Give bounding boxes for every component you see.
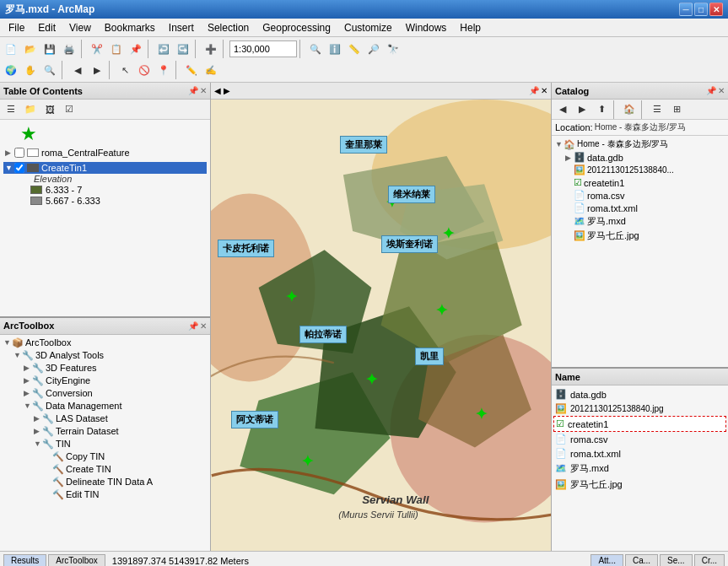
tree-row-3danalyst-inner[interactable]: ▼ 🔧 3D Analyst Tools bbox=[12, 349, 208, 362]
expand-lasdataset[interactable]: ▶ bbox=[34, 414, 40, 423]
maximize-button[interactable]: □ bbox=[694, 3, 708, 16]
catalog-home-btn[interactable]: 🏠 bbox=[620, 100, 639, 119]
name-row-romamxd[interactable]: 🗺️ 罗马.mxd bbox=[553, 461, 726, 477]
catalog-pin[interactable]: 📌 bbox=[706, 86, 716, 95]
map-close-icon[interactable]: ✕ bbox=[541, 86, 547, 95]
pan-button[interactable]: ✋ bbox=[21, 61, 40, 79]
new-button[interactable]: 📄 bbox=[2, 40, 20, 58]
menu-view[interactable]: View bbox=[62, 20, 98, 35]
expand-datagdb[interactable]: ▶ bbox=[565, 154, 572, 162]
menu-edit[interactable]: Edit bbox=[31, 20, 62, 35]
menu-bookmarks[interactable]: Bookmarks bbox=[98, 20, 162, 35]
cat-row-jpg1[interactable]: 🖼️ 20121130125138840... bbox=[564, 164, 726, 176]
name-row-jpg1[interactable]: 🖼️ 20121130125138840.jpg bbox=[553, 402, 726, 416]
map-body[interactable]: ✦ ✦ ✦ ✦ ✦ ✦ ✦ Servian Wall (Murus Servii… bbox=[211, 100, 551, 551]
tree-row-terraindataset-inner[interactable]: ▶ 🔧 Terrain Dataset bbox=[32, 425, 208, 438]
tree-row-tin-inner[interactable]: ▼ 🔧 TIN bbox=[32, 438, 208, 450]
tree-row-edittin-inner[interactable]: 🔨 Edit TIN bbox=[42, 488, 208, 501]
toc-close-icon[interactable]: ✕ bbox=[200, 86, 207, 95]
status-tab-cr[interactable]: Cr... bbox=[694, 554, 725, 566]
zoom-out-button[interactable]: 🔍 bbox=[40, 61, 59, 79]
goto-xy-button[interactable]: 📍 bbox=[154, 61, 173, 79]
extent-fwd-button[interactable]: ▶ bbox=[88, 61, 106, 79]
cut-button[interactable]: ✂️ bbox=[88, 40, 106, 58]
expand-arctoolbox[interactable]: ▼ bbox=[3, 338, 10, 347]
search-button[interactable]: 🔭 bbox=[384, 40, 402, 58]
minimize-button[interactable]: ─ bbox=[679, 3, 693, 16]
toc-checkbox-centralfeature[interactable] bbox=[14, 148, 24, 158]
expand-conversion[interactable]: ▶ bbox=[24, 389, 30, 397]
tree-row-arctoolbox[interactable]: ▼ 📦 ArcToolbox bbox=[2, 337, 208, 349]
cat-row-createtin1[interactable]: ☑ createtin1 bbox=[564, 176, 726, 189]
cat-row-romajpg[interactable]: 🖼️ 罗马七丘.jpg bbox=[564, 229, 726, 243]
catalog-back-btn[interactable]: ◀ bbox=[553, 100, 572, 119]
open-button[interactable]: 📂 bbox=[21, 40, 40, 58]
sketch-tool-button[interactable]: ✍️ bbox=[202, 61, 220, 79]
expand-icon-centralfeature[interactable]: ▶ bbox=[5, 148, 12, 157]
catalog-close-icon[interactable]: ✕ bbox=[718, 86, 725, 95]
status-tab-att[interactable]: Att... bbox=[590, 554, 623, 566]
tree-row-datamanagement-inner[interactable]: ▼ 🔧 Data Management bbox=[22, 400, 208, 412]
identify-button[interactable]: ℹ️ bbox=[326, 40, 344, 58]
menu-geoprocessing[interactable]: Geoprocessing bbox=[256, 20, 337, 35]
catalog-fwd-btn[interactable]: ▶ bbox=[573, 100, 591, 119]
arctoolbox-pin[interactable]: 📌 bbox=[188, 321, 198, 331]
status-tab-results[interactable]: Results bbox=[3, 554, 46, 566]
tree-row-lasdataset-inner[interactable]: ▶ 🔧 LAS Dataset bbox=[32, 412, 208, 425]
toc-pin[interactable]: 📌 bbox=[188, 86, 198, 95]
close-button[interactable]: ✕ bbox=[709, 3, 723, 16]
cat-row-romacsv[interactable]: 📄 roma.csv bbox=[564, 189, 726, 202]
menu-windows[interactable]: Windows bbox=[399, 20, 454, 35]
expand-terraindataset[interactable]: ▶ bbox=[34, 427, 40, 435]
select-button[interactable]: ↖ bbox=[116, 61, 134, 79]
expand-tin[interactable]: ▼ bbox=[34, 439, 40, 448]
toc-list-view[interactable]: ☰ bbox=[2, 100, 20, 119]
name-row-romatxtxml[interactable]: 📄 roma.txt.xml bbox=[553, 446, 726, 461]
menu-selection[interactable]: Selection bbox=[201, 20, 256, 35]
status-tab-arctoolbox[interactable]: ArcToolbox bbox=[48, 554, 105, 566]
arctoolbox-close-icon[interactable]: ✕ bbox=[200, 321, 207, 331]
status-tab-ca[interactable]: Ca... bbox=[625, 554, 658, 566]
menu-customize[interactable]: Customize bbox=[337, 20, 399, 35]
expand-icon-createtin[interactable]: ▼ bbox=[5, 164, 12, 172]
tree-row-delineatetindata-inner[interactable]: 🔨 Delineate TIN Data A bbox=[42, 476, 208, 488]
cat-row-romatxtxml[interactable]: 📄 roma.txt.xml bbox=[564, 202, 726, 214]
cat-row-home[interactable]: ▼ 🏠 Home - 泰森多边形/罗马 bbox=[553, 137, 726, 151]
catalog-icon-view-btn[interactable]: ⊞ bbox=[667, 100, 686, 119]
find-button[interactable]: 🔎 bbox=[364, 40, 383, 58]
map-area[interactable]: ◀ ▶ 📌 ✕ bbox=[211, 83, 551, 551]
name-row-romacsv[interactable]: 📄 roma.csv bbox=[553, 432, 726, 446]
redo-button[interactable]: ↪️ bbox=[174, 40, 192, 58]
menu-insert[interactable]: Insert bbox=[162, 20, 201, 35]
name-row-createtin1[interactable]: ☑ createtin1 bbox=[553, 416, 726, 432]
print-button[interactable]: 🖨️ bbox=[60, 40, 78, 58]
toc-layer-row-centralfeature[interactable]: ▶ roma_CentralFeature bbox=[3, 147, 207, 159]
catalog-view-btn[interactable]: ☰ bbox=[648, 100, 666, 119]
status-tab-se[interactable]: Se... bbox=[660, 554, 693, 566]
name-row-romajpg[interactable]: 🖼️ 罗马七丘.jpg bbox=[553, 477, 726, 493]
toc-display-view[interactable]: 🖼 bbox=[40, 100, 59, 119]
tree-row-3dfeatures-inner[interactable]: ▶ 🔧 3D Features bbox=[22, 362, 208, 375]
name-row-datagdb[interactable]: 🗄️ data.gdb bbox=[553, 387, 726, 402]
expand-datamanagement[interactable]: ▼ bbox=[24, 402, 30, 410]
save-button[interactable]: 💾 bbox=[40, 40, 59, 58]
extent-back-button[interactable]: ◀ bbox=[68, 61, 87, 79]
zoom-full-button[interactable]: 🌍 bbox=[2, 61, 20, 79]
expand-3danalyst[interactable]: ▼ bbox=[13, 351, 20, 359]
catalog-up-btn[interactable]: ⬆ bbox=[592, 100, 611, 119]
tree-row-cityengine-inner[interactable]: ▶ 🔧 CityEngine bbox=[22, 375, 208, 387]
measure-button[interactable]: 📏 bbox=[345, 40, 364, 58]
cat-row-datagdb[interactable]: ▶ 🗄️ data.gdb bbox=[564, 151, 726, 164]
zoom-in-button[interactable]: 🔍 bbox=[306, 40, 325, 58]
tree-row-conversion-inner[interactable]: ▶ 🔧 Conversion bbox=[22, 387, 208, 400]
menu-help[interactable]: Help bbox=[453, 20, 488, 35]
undo-button[interactable]: ↩️ bbox=[154, 40, 173, 58]
expand-home[interactable]: ▼ bbox=[555, 140, 562, 148]
edit-button[interactable]: ✏️ bbox=[182, 61, 201, 79]
tree-row-copytin-inner[interactable]: 🔨 Copy TIN bbox=[42, 450, 208, 463]
copy-button[interactable]: 📋 bbox=[107, 40, 126, 58]
clear-select-button[interactable]: 🚫 bbox=[135, 61, 154, 79]
expand-cityengine[interactable]: ▶ bbox=[24, 376, 30, 385]
toc-source-view[interactable]: 📁 bbox=[21, 100, 40, 119]
toc-checkbox-createtin[interactable] bbox=[14, 163, 24, 173]
